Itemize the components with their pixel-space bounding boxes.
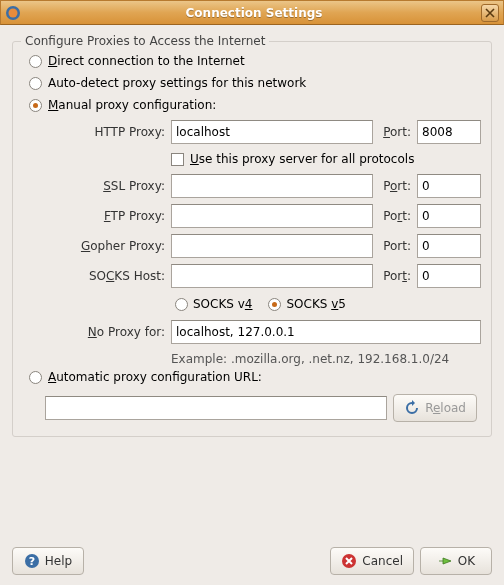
- http-proxy-label: HTTP Proxy:: [45, 125, 165, 139]
- checkbox-icon: [171, 153, 184, 166]
- cancel-button[interactable]: Cancel: [330, 547, 414, 575]
- proxy-grid: HTTP Proxy: Port: Use this proxy server …: [23, 120, 481, 366]
- radio-icon: [29, 77, 42, 90]
- use-all-row[interactable]: Use this proxy server for all protocols: [171, 150, 481, 168]
- ok-icon: [437, 553, 453, 569]
- pac-row: Reload: [23, 388, 481, 422]
- gopher-proxy-label: Gopher Proxy:: [45, 239, 165, 253]
- app-icon: [5, 5, 21, 21]
- ftp-proxy-input[interactable]: [171, 204, 373, 228]
- help-label: Help: [45, 554, 72, 568]
- radio-direct-label: Direct connection to the Internet: [48, 54, 245, 68]
- gopher-proxy-input[interactable]: [171, 234, 373, 258]
- socks-port-input[interactable]: [417, 264, 481, 288]
- radio-auto-detect-label: Auto-detect proxy settings for this netw…: [48, 76, 306, 90]
- window-body: Configure Proxies to Access the Internet…: [0, 25, 504, 585]
- gopher-port-label: Port:: [379, 239, 411, 253]
- socks-v5-label: SOCKS v5: [286, 297, 346, 311]
- no-proxy-label: No Proxy for:: [45, 325, 165, 339]
- radio-icon: [175, 298, 188, 311]
- ftp-proxy-label: FTP Proxy:: [45, 209, 165, 223]
- http-port-input[interactable]: [417, 120, 481, 144]
- socks-port-label: Port:: [379, 269, 411, 283]
- ftp-port-input[interactable]: [417, 204, 481, 228]
- svg-text:?: ?: [29, 555, 35, 568]
- reload-icon: [404, 400, 420, 416]
- window-title: Connection Settings: [27, 6, 481, 20]
- radio-direct[interactable]: Direct connection to the Internet: [23, 50, 481, 72]
- http-port-label: Port:: [379, 125, 411, 139]
- radio-socks-v5[interactable]: SOCKS v5: [268, 297, 346, 311]
- radio-icon: [29, 55, 42, 68]
- radio-manual[interactable]: Manual proxy configuration:: [23, 94, 481, 116]
- radio-socks-v4[interactable]: SOCKS v4: [175, 297, 252, 311]
- radio-pac-label: Automatic proxy configuration URL:: [48, 370, 262, 384]
- radio-icon: [29, 99, 42, 112]
- radio-pac[interactable]: Automatic proxy configuration URL:: [23, 366, 481, 388]
- socks-host-label: SOCKS Host:: [45, 269, 165, 283]
- radio-auto-detect[interactable]: Auto-detect proxy settings for this netw…: [23, 72, 481, 94]
- radio-icon: [29, 371, 42, 384]
- no-proxy-example: Example: .mozilla.org, .net.nz, 192.168.…: [171, 350, 481, 366]
- cancel-icon: [341, 553, 357, 569]
- proxy-fieldset: Configure Proxies to Access the Internet…: [12, 41, 492, 437]
- no-proxy-input[interactable]: [171, 320, 481, 344]
- help-icon: ?: [24, 553, 40, 569]
- reload-button[interactable]: Reload: [393, 394, 477, 422]
- window-close-button[interactable]: [481, 4, 499, 22]
- titlebar: Connection Settings: [0, 0, 504, 25]
- ok-label: OK: [458, 554, 475, 568]
- cancel-label: Cancel: [362, 554, 403, 568]
- ssl-proxy-input[interactable]: [171, 174, 373, 198]
- use-all-label: Use this proxy server for all protocols: [190, 152, 414, 166]
- gopher-port-input[interactable]: [417, 234, 481, 258]
- radio-manual-label: Manual proxy configuration:: [48, 98, 216, 112]
- ssl-port-label: Port:: [379, 179, 411, 193]
- socks-host-input[interactable]: [171, 264, 373, 288]
- socks-v4-label: SOCKS v4: [193, 297, 252, 311]
- ssl-proxy-label: SSL Proxy:: [45, 179, 165, 193]
- ok-button[interactable]: OK: [420, 547, 492, 575]
- help-button[interactable]: ? Help: [12, 547, 84, 575]
- fieldset-legend: Configure Proxies to Access the Internet: [21, 34, 269, 48]
- http-proxy-input[interactable]: [171, 120, 373, 144]
- pac-url-input[interactable]: [45, 396, 387, 420]
- ftp-port-label: Port:: [379, 209, 411, 223]
- radio-icon: [268, 298, 281, 311]
- dialog-footer: ? Help Cancel OK: [12, 535, 492, 575]
- socks-version-row: SOCKS v4 SOCKS v5: [171, 294, 481, 314]
- ssl-port-input[interactable]: [417, 174, 481, 198]
- svg-point-1: [9, 8, 18, 17]
- reload-label: Reload: [425, 401, 466, 415]
